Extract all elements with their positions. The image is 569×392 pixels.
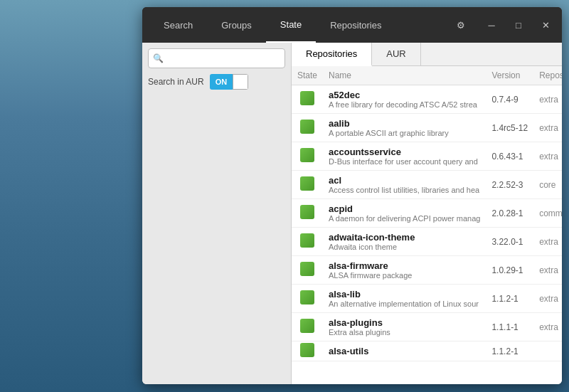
pkg-repo-cell [533,341,562,361]
pkg-state-cell [292,313,323,341]
title-tabs: Search Groups State Repositories [142,7,448,43]
table-row[interactable]: acpidA daemon for delivering ACPI power … [292,199,562,228]
main-window: Search Groups State Repositories ⚙ ─ □ ✕… [142,7,562,384]
pkg-name-cell: alsa-firmwareALSA firmware package [323,256,486,285]
pkg-icon [300,205,314,219]
pkg-icon [300,262,314,276]
pkg-icon [300,176,314,191]
tab-groups[interactable]: Groups [207,7,266,43]
table-row[interactable]: alsa-utils1.1.2-1 [292,341,562,361]
subtab-aur[interactable]: AUR [372,43,420,65]
close-button[interactable]: ✕ [533,12,558,38]
pkg-version-cell: 1.4rc5-12 [486,114,533,142]
col-state: State [292,66,323,85]
col-version: Version [486,66,533,85]
pkg-version-cell: 0.7.4-9 [486,85,533,114]
window-controls: ⚙ ─ □ ✕ [448,7,562,43]
pkg-state-cell [292,114,323,142]
pkg-repo-cell: community [533,199,562,228]
pkg-version-cell: 1.1.2-1 [486,285,533,313]
title-bar: Search Groups State Repositories ⚙ ─ □ ✕ [142,7,562,43]
pkg-name-text: accountsservice [329,147,478,157]
pkg-state-cell [292,256,323,285]
table-row[interactable]: a52decA free library for decoding ATSC A… [292,85,562,114]
pkg-desc-text: D-Bus interface for user account query a… [329,157,478,166]
pkg-repo-cell: core [533,171,562,199]
pkg-icon [300,120,314,134]
pkg-desc-text: A daemon for delivering ACPI power manag [329,214,480,223]
pkg-name-cell: alsa-pluginsExtra alsa plugins [323,313,486,341]
aur-label: Search in AUR [148,77,204,87]
pkg-name-text: adwaita-icon-theme [329,232,415,243]
pkg-desc-text: Access control list utilities, libraries… [329,186,479,194]
pkg-desc-text: ALSA firmware package [329,271,412,280]
pkg-state-cell [292,171,323,199]
table-row[interactable]: aclAccess control list utilities, librar… [292,171,562,199]
pkg-repo-cell: extra [533,313,562,341]
aur-toggle[interactable]: ON [210,74,249,90]
maximize-button[interactable]: □ [506,12,531,38]
toggle-on-label: ON [210,74,233,90]
pkg-version-cell: 1.0.29-1 [486,256,533,285]
tab-state[interactable]: State [266,7,316,43]
search-input[interactable] [148,48,285,68]
aur-toggle-row: Search in AUR ON [148,74,285,90]
pkg-name-cell: accountsserviceD-Bus interface for user … [323,142,486,171]
search-wrapper: 🔍 [148,48,285,68]
pkg-name-cell: aalibA portable ASCII art graphic librar… [323,114,486,142]
tab-search[interactable]: Search [149,7,207,43]
pkg-name-text: alsa-utils [329,346,368,356]
package-table: State Name Version Repository Size a52de… [292,66,562,361]
pkg-name-text: alsa-plugins [329,317,390,328]
pkg-name-cell: acpidA daemon for delivering ACPI power … [323,199,486,228]
pkg-name-cell: alsa-utils [323,341,486,361]
pkg-state-cell [292,142,323,171]
pkg-repo-cell: extra [533,114,562,142]
pkg-version-cell: 2.2.52-3 [486,171,533,199]
pkg-icon [300,148,314,162]
table-row[interactable]: accountsserviceD-Bus interface for user … [292,142,562,171]
minimize-button[interactable]: ─ [479,12,504,38]
pkg-desc-text: A free library for decoding ATSC A/52 st… [329,100,477,109]
table-row[interactable]: alsa-libAn alternative implementation of… [292,285,562,313]
main-content: Repositories AUR State Name Version Repo… [292,43,562,384]
pkg-state-cell [292,285,323,313]
table-row[interactable]: alsa-pluginsExtra alsa plugins1.1.1-1ext… [292,313,562,341]
pkg-version-cell: 1.1.1-1 [486,313,533,341]
pkg-name-text: alsa-firmware [329,260,412,271]
table-row[interactable]: adwaita-icon-themeAdwaita icon theme3.22… [292,228,562,256]
content-area: 🔍 Search in AUR ON Repositories AUR [142,43,562,384]
pkg-repo-cell: extra [533,85,562,114]
pkg-repo-cell: extra [533,256,562,285]
pkg-name-cell: a52decA free library for decoding ATSC A… [323,85,486,114]
package-table-container[interactable]: State Name Version Repository Size a52de… [292,66,562,384]
pkg-desc-text: Extra alsa plugins [329,328,390,337]
tab-repositories[interactable]: Repositories [316,7,395,43]
pkg-version-cell: 3.22.0-1 [486,228,533,256]
pkg-state-cell [292,199,323,228]
pkg-name-text: acpid [329,203,480,214]
pkg-desc-text: A portable ASCII art graphic library [329,129,449,137]
table-header-row: State Name Version Repository Size [292,66,562,85]
table-row[interactable]: alsa-firmwareALSA firmware package1.0.29… [292,256,562,285]
pkg-repo-cell: extra [533,142,562,171]
pkg-version-cell: 1.1.2-1 [486,341,533,361]
pkg-repo-cell: extra [533,285,562,313]
col-name: Name [323,66,486,85]
settings-button[interactable]: ⚙ [448,12,474,38]
pkg-state-cell [292,341,323,361]
pkg-name-text: a52dec [329,90,477,100]
pkg-name-cell: adwaita-icon-themeAdwaita icon theme [323,228,486,256]
pkg-icon [300,91,314,105]
pkg-state-cell [292,85,323,114]
pkg-state-cell [292,228,323,256]
pkg-icon [300,343,314,357]
search-icon: 🔍 [153,53,164,63]
subtab-repositories[interactable]: Repositories [292,43,372,66]
table-row[interactable]: aalibA portable ASCII art graphic librar… [292,114,562,142]
sub-tabs: Repositories AUR [292,43,562,66]
pkg-icon [300,290,314,304]
pkg-name-text: alsa-lib [329,289,479,300]
toggle-handle [233,74,248,90]
pkg-name-cell: alsa-libAn alternative implementation of… [323,285,486,313]
